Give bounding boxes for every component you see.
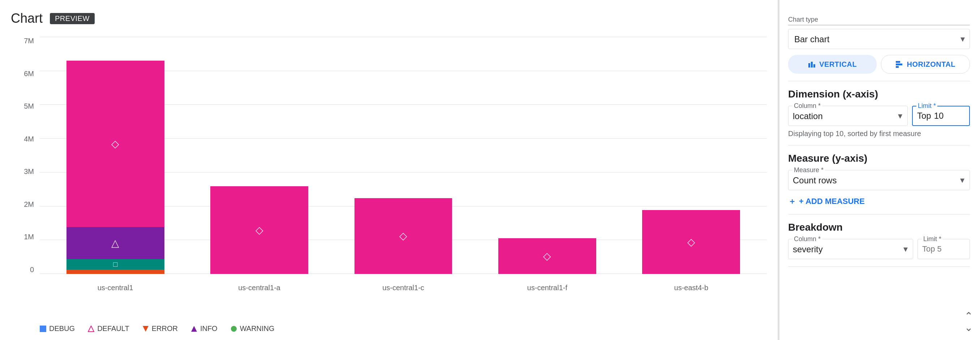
scroll-down-icon[interactable]: ⌄: [964, 323, 973, 333]
bar-segment-info: △: [67, 227, 164, 259]
chart-area: Chart PREVIEW 7M 6M 5M 4M 3M 2M 1M 0: [0, 0, 778, 340]
dimension-title: Dimension (x-axis): [788, 89, 970, 100]
breakdown-column-select[interactable]: severity location resource.type: [793, 244, 908, 254]
bar-stack: ◇: [642, 210, 740, 274]
info-icon: [191, 326, 197, 332]
svg-marker-2: [143, 326, 148, 332]
breakdown-limit-label: Limit *: [922, 235, 943, 243]
bar-group-us-central1-c: ◇ us-central1-c: [342, 37, 465, 274]
y-label-5m: 5M: [24, 102, 34, 111]
add-measure-button[interactable]: ＋ + ADD MEASURE: [788, 196, 865, 207]
y-label-0: 0: [30, 266, 34, 274]
x-label-us-east4-b: us-east4-b: [674, 284, 709, 292]
svg-marker-3: [191, 326, 197, 332]
bar-segment-debug: □: [67, 259, 164, 270]
y-label-6m: 6M: [24, 70, 34, 78]
x-label-us-central1: us-central1: [97, 284, 133, 292]
chart-type-select[interactable]: Bar chart Line chart Pie chart: [788, 29, 970, 49]
legend-label-debug: DEBUG: [49, 324, 75, 333]
chart-plot: ◇ △ □ us: [40, 37, 767, 296]
bar-stack: ◇ △ □: [67, 61, 164, 274]
default-icon: [88, 326, 94, 332]
svg-marker-1: [88, 326, 94, 332]
svg-rect-9: [896, 63, 902, 65]
legend-item-error: ERROR: [142, 324, 178, 333]
debug-icon: [40, 326, 46, 332]
bar-stack: ◇: [355, 198, 452, 274]
panel-left-border: [778, 0, 780, 340]
bar-stack: ◇: [498, 238, 596, 274]
column-select[interactable]: location severity resource.type: [793, 111, 903, 121]
bar-segment-default: ◇: [355, 198, 452, 274]
y-label-3m: 3M: [24, 168, 34, 176]
bar-segment-default: ◇: [642, 210, 740, 274]
y-label-1m: 1M: [24, 233, 34, 241]
svg-rect-7: [813, 64, 815, 68]
breakdown-limit-group: Limit *: [918, 239, 970, 259]
x-label-us-central1-c: us-central1-c: [382, 284, 424, 292]
chart-legend: DEBUG DEFAULT ERROR INFO: [11, 321, 767, 333]
chart-title: Chart: [11, 11, 43, 26]
svg-rect-8: [896, 61, 900, 63]
bar-segment-default: ◇: [210, 186, 308, 274]
limit-input[interactable]: [934, 111, 952, 121]
preview-badge: PREVIEW: [50, 13, 95, 24]
svg-rect-6: [811, 62, 813, 68]
measure-field-group: Measure * Count rows Sum Average ▾: [788, 170, 970, 190]
y-label-7m: 7M: [24, 37, 34, 45]
legend-label-warning: WARNING: [240, 324, 275, 333]
warning-icon: [231, 326, 237, 332]
dimension-section: Dimension (x-axis) Column * location sev…: [788, 81, 970, 145]
x-label-us-central1-f: us-central1-f: [527, 284, 567, 292]
chart-type-select-wrapper[interactable]: Bar chart Line chart Pie chart ▾: [788, 29, 970, 49]
diamond-icon: ◇: [543, 250, 551, 262]
svg-point-4: [231, 326, 237, 332]
bar-group-us-central1-a: ◇ us-central1-a: [198, 37, 320, 274]
legend-label-default: DEFAULT: [97, 324, 129, 333]
square-icon: □: [113, 260, 118, 269]
add-measure-label: + ADD MEASURE: [799, 197, 865, 206]
legend-label-error: ERROR: [152, 324, 178, 333]
breakdown-column-group: Column * severity location resource.type…: [788, 239, 913, 259]
breakdown-title: Breakdown: [788, 221, 970, 233]
bar-group-us-east4-b: ◇ us-east4-b: [630, 37, 752, 274]
triangle-icon: △: [111, 237, 119, 249]
chart-inner: 7M 6M 5M 4M 3M 2M 1M 0: [11, 37, 767, 296]
measure-section: Measure (y-axis) Measure * Count rows Su…: [788, 145, 970, 214]
diamond-icon: ◇: [256, 224, 263, 236]
plus-icon: ＋: [788, 196, 796, 207]
vertical-button[interactable]: VERTICAL: [788, 55, 877, 74]
limit-label: Limit *: [916, 102, 937, 110]
svg-rect-10: [896, 66, 899, 68]
bar-stack: ◇: [210, 186, 308, 274]
bar-segment-error: [67, 270, 164, 274]
legend-item-debug: DEBUG: [40, 324, 75, 333]
right-panel: Chart type Bar chart Line chart Pie char…: [778, 0, 980, 340]
horizontal-chart-icon: [895, 60, 903, 68]
breakdown-limit-input[interactable]: [922, 244, 965, 254]
svg-rect-0: [40, 326, 46, 332]
y-label-4m: 4M: [24, 135, 34, 143]
measure-label: Measure *: [792, 166, 825, 174]
y-label-2m: 2M: [24, 200, 34, 209]
dimension-field-row: Column * location severity resource.type…: [788, 106, 970, 126]
legend-label-info: INFO: [200, 324, 218, 333]
chart-type-section: Chart type Bar chart Line chart Pie char…: [788, 9, 970, 81]
breakdown-section: Breakdown Column * severity location res…: [788, 214, 970, 267]
scroll-up-icon[interactable]: ⌃: [964, 311, 973, 321]
horizontal-button[interactable]: HORIZONTAL: [881, 55, 970, 74]
vertical-chart-icon: [808, 60, 816, 68]
bar-group-us-central1: ◇ △ □ us: [54, 37, 177, 274]
dimension-hint: Displaying top 10, sorted by first measu…: [788, 130, 970, 138]
column-label: Column *: [792, 102, 822, 110]
measure-select[interactable]: Count rows Sum Average: [793, 176, 965, 185]
dimension-limit-group: Limit * Top: [912, 106, 970, 126]
limit-prefix: Top: [917, 111, 931, 121]
breakdown-field-row: Column * severity location resource.type…: [788, 239, 970, 259]
chart-container: 7M 6M 5M 4M 3M 2M 1M 0: [11, 37, 767, 333]
bar-group-us-central1-f: ◇ us-central1-f: [486, 37, 608, 274]
breakdown-column-label: Column *: [792, 235, 822, 243]
legend-item-info: INFO: [191, 324, 218, 333]
horizontal-label: HORIZONTAL: [907, 60, 955, 69]
x-label-us-central1-a: us-central1-a: [238, 284, 280, 292]
